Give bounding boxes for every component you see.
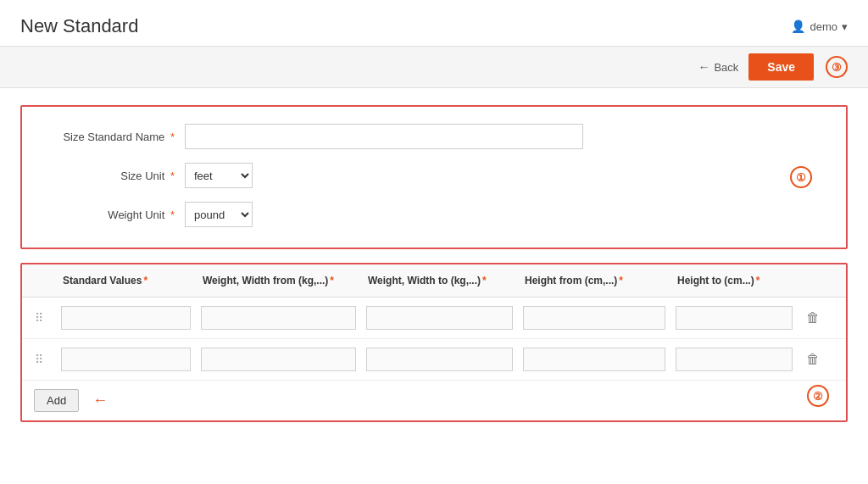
- table-row: ⠿ 🗑: [22, 298, 846, 339]
- size-unit-label: Size Unit *: [47, 170, 175, 182]
- col-height-from: Height from (cm,...) *: [518, 271, 670, 290]
- delete-cell-2: 🗑: [798, 350, 828, 369]
- input-hf-2[interactable]: [523, 348, 665, 371]
- input-wf-1[interactable]: [201, 306, 356, 330]
- main-content: Size Standard Name * Size Unit * feet cm…: [0, 88, 868, 439]
- size-unit-row: Size Unit * feet cm inch: [47, 163, 821, 188]
- user-icon: 👤: [791, 19, 805, 33]
- back-link[interactable]: ← Back: [698, 60, 738, 74]
- input-ht-1[interactable]: [676, 306, 793, 330]
- cell-hf-1: [518, 303, 670, 333]
- delete-button-1[interactable]: 🗑: [801, 309, 825, 327]
- user-label: demo: [810, 20, 837, 33]
- table-header: Standard Values * Weight, Width from (kg…: [22, 264, 846, 298]
- cell-ht-2: [670, 344, 798, 375]
- col-standard-values: Standard Values *: [56, 271, 196, 290]
- input-wf-2[interactable]: [201, 348, 356, 371]
- cell-hf-2: [518, 344, 670, 375]
- cell-sv-2: [56, 344, 196, 375]
- table-footer: Add ←: [22, 381, 846, 420]
- input-wt-1[interactable]: [366, 306, 513, 330]
- cell-ht-1: [670, 303, 798, 333]
- cell-wf-2: [196, 344, 361, 375]
- weight-unit-label: Weight Unit *: [47, 209, 175, 221]
- input-sv-2[interactable]: [61, 348, 191, 371]
- size-unit-required-star: *: [167, 170, 175, 182]
- toolbar-bar: ← Back Save ③: [0, 46, 868, 88]
- page-container: New Standard 👤 demo ▾ ← Back Save ③ Size…: [0, 0, 868, 484]
- name-input[interactable]: [185, 124, 583, 149]
- name-label: Size Standard Name *: [47, 131, 175, 143]
- save-button[interactable]: Save: [748, 53, 814, 81]
- back-arrow-icon: ←: [698, 60, 709, 74]
- name-row: Size Standard Name *: [47, 124, 821, 149]
- col-height-to: Height to (cm...) *: [670, 271, 798, 290]
- add-arrow-indicator: ←: [92, 392, 108, 409]
- cell-sv-1: [56, 303, 196, 333]
- input-wt-2[interactable]: [366, 348, 513, 371]
- page-title: New Standard: [20, 15, 138, 37]
- weight-unit-row: Weight Unit * pound kg g: [47, 202, 821, 227]
- delete-cell-1: 🗑: [798, 309, 828, 327]
- input-ht-2[interactable]: [676, 348, 793, 371]
- add-button[interactable]: Add: [34, 389, 79, 412]
- weight-unit-required-star: *: [167, 209, 175, 221]
- user-dropdown-icon: ▾: [842, 20, 848, 33]
- page-header: New Standard 👤 demo ▾: [0, 0, 868, 46]
- weight-unit-select[interactable]: pound kg g: [185, 202, 253, 227]
- back-label: Back: [714, 61, 738, 74]
- cell-wt-1: [361, 303, 518, 333]
- delete-button-2[interactable]: 🗑: [801, 350, 825, 369]
- table-section: Standard Values * Weight, Width from (kg…: [20, 263, 848, 422]
- annotation-1: ①: [790, 166, 812, 188]
- col-actions-spacer: [798, 271, 828, 290]
- table-row: ⠿ 🗑: [22, 339, 846, 381]
- size-unit-select[interactable]: feet cm inch: [185, 163, 253, 188]
- col-drag-spacer: [22, 271, 56, 290]
- annotation-2: ②: [807, 385, 829, 407]
- col-weight-to: Weight, Width to (kg,...) *: [361, 271, 518, 290]
- form-section: Size Standard Name * Size Unit * feet cm…: [20, 105, 848, 249]
- input-hf-1[interactable]: [523, 306, 665, 330]
- drag-handle-2[interactable]: ⠿: [22, 353, 56, 366]
- drag-handle-1[interactable]: ⠿: [22, 311, 56, 325]
- cell-wt-2: [361, 344, 518, 375]
- input-sv-1[interactable]: [61, 306, 191, 330]
- cell-wf-1: [196, 303, 361, 333]
- col-weight-from: Weight, Width from (kg,...) *: [196, 271, 361, 290]
- annotation-3: ③: [826, 56, 848, 78]
- user-area[interactable]: 👤 demo ▾: [791, 19, 848, 33]
- name-required-star: *: [167, 131, 175, 143]
